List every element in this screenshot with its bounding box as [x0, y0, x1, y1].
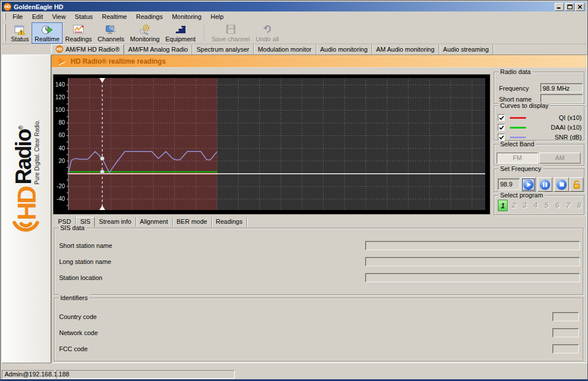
am-band-button[interactable]: AM — [539, 153, 581, 164]
tab-readings[interactable]: Readings — [212, 217, 247, 227]
program-button-8[interactable]: 8 — [574, 200, 584, 211]
toolbar-realtime-button[interactable]: Realtime — [32, 22, 62, 44]
menu-help[interactable]: Help — [206, 12, 229, 21]
menu-edit[interactable]: Edit — [28, 12, 48, 21]
long-station-name-field[interactable] — [365, 257, 580, 266]
check-icon — [499, 135, 504, 140]
toolbar-status-label: Status — [11, 36, 29, 42]
radio-data-group: Radio data Frequency 98.9 MHz Short name — [494, 72, 585, 104]
sis-data-group: SIS data Short station name Long station… — [54, 228, 583, 295]
pause-button[interactable] — [537, 177, 552, 192]
menubar: File Edit View Status Realtime Readings … — [2, 11, 586, 22]
pause-icon — [540, 180, 550, 190]
tab-label: AM/FM Analog Radio — [128, 46, 188, 53]
program-button-6[interactable]: 6 — [552, 200, 562, 211]
toolbar-undo-all-button[interactable]: Undo all — [253, 22, 281, 44]
titlebar: HD GoldenEagle HD — [2, 2, 586, 11]
menu-monitoring[interactable]: Monitoring — [167, 12, 206, 21]
check-icon — [499, 115, 504, 120]
menu-view[interactable]: View — [48, 12, 71, 21]
toolbar-channels-button[interactable]: Channels — [95, 22, 127, 44]
toolbar: Status Realtime Readings — [2, 22, 586, 44]
toolbar-monitoring-button[interactable]: Monitoring — [127, 22, 163, 44]
menu-file[interactable]: File — [8, 12, 28, 21]
svg-text:20: 20 — [59, 158, 65, 164]
svg-text:80: 80 — [59, 119, 65, 126]
tab-stream-info[interactable]: Stream info — [95, 217, 136, 227]
program-button-2[interactable]: 2 — [509, 200, 519, 211]
minimize-icon — [557, 5, 562, 9]
brand-tagline: Pure Digital. Clear Radio. — [34, 120, 40, 185]
program-button-3[interactable]: 3 — [520, 200, 529, 211]
menu-status[interactable]: Status — [70, 12, 97, 21]
tab-ber-mode[interactable]: BER mode — [173, 217, 212, 227]
tab-modulation-monitor[interactable]: Modulation monitor — [254, 45, 316, 55]
page-title: HD Radio® realtime readings — [71, 57, 166, 65]
network-code-label: Network code — [59, 329, 98, 336]
network-code-field[interactable] — [552, 328, 579, 337]
qi-checkbox[interactable] — [498, 114, 505, 121]
equipment-icon — [173, 24, 187, 35]
tab-amfm-analog-radio[interactable]: AM/FM Analog Radio — [124, 45, 192, 55]
menu-realtime[interactable]: Realtime — [98, 12, 131, 21]
tab-spectrum-analyser[interactable]: Spectrum analyser — [192, 45, 254, 55]
lock-button[interactable] — [570, 177, 583, 192]
brand-sidebar: HD Radio® Pure Digital. Clear Radio. — [2, 55, 51, 363]
radio-text: Radio® — [14, 120, 33, 185]
radio-wordmark: Radio® Pure Digital. Clear Radio. — [14, 120, 40, 185]
station-location-field[interactable] — [365, 273, 580, 282]
toolbar-equipment-button[interactable]: Equipment — [163, 22, 199, 44]
fm-band-button[interactable]: FM — [497, 153, 538, 164]
fcc-code-field[interactable] — [552, 344, 579, 353]
monitoring-icon — [138, 24, 151, 35]
close-button[interactable] — [575, 3, 585, 11]
station-location-label: Station location — [59, 274, 102, 281]
radio-data-group-label: Radio data — [498, 68, 532, 75]
short-station-name-label: Short station name — [59, 242, 112, 249]
tab-alignment[interactable]: Alignment — [136, 217, 173, 227]
maximize-icon — [567, 5, 572, 9]
curve-row-qi: QI (x10) — [498, 114, 582, 122]
realtime-chart-panel: 14012010080604020-20-40 — [53, 74, 490, 215]
fcc-code-label: FCC code — [59, 345, 88, 352]
select-band-group-label: Select Band — [498, 141, 536, 147]
snr-checkbox[interactable] — [498, 134, 505, 141]
toolbar-separator — [203, 24, 206, 41]
program-button-4[interactable]: 4 — [531, 200, 540, 211]
country-code-field[interactable] — [552, 312, 579, 321]
hd-logo-icon: HD — [12, 187, 42, 235]
stop-icon — [556, 180, 567, 190]
frequency-input[interactable] — [498, 178, 520, 190]
svg-text:60: 60 — [59, 132, 65, 138]
toolbar-status-button[interactable]: Status — [8, 22, 32, 44]
program-button-1[interactable]: 1 — [498, 200, 508, 211]
program-button-7[interactable]: 7 — [563, 200, 573, 211]
country-code-label: Country code — [59, 313, 96, 320]
statusbar: Admin@192.168.1.188 — [2, 370, 586, 379]
toolbar-readings-button[interactable]: Readings — [63, 22, 95, 44]
stop-button[interactable] — [554, 177, 569, 192]
long-station-name-label: Long station name — [59, 258, 111, 265]
daai-checkbox[interactable] — [498, 124, 505, 131]
tab-audio-streaming[interactable]: Audio streaming — [439, 45, 494, 55]
realtime-chart[interactable]: 14012010080604020-20-40 — [53, 75, 490, 214]
toolbar-save-channel-button[interactable]: Save channel — [209, 22, 253, 44]
svg-text:100: 100 — [55, 107, 65, 113]
maximize-button[interactable] — [565, 3, 574, 11]
program-button-5[interactable]: 5 — [541, 200, 551, 211]
short-station-name-field[interactable] — [365, 241, 580, 250]
curve-row-daai: DAAI (x10) — [498, 123, 582, 131]
toolbar-channels-label: Channels — [98, 36, 124, 42]
tab-label: AM/FM HD Radio® — [65, 46, 119, 53]
tab-amfm-hd-radio[interactable]: HD AM/FM HD Radio® — [51, 44, 124, 55]
menu-readings[interactable]: Readings — [131, 12, 167, 21]
tab-am-audio-monitoring[interactable]: AM Audio monitoring — [372, 45, 439, 55]
hd-radio-tab-icon: HD — [56, 45, 63, 53]
tune-start-button[interactable] — [521, 177, 536, 192]
tab-audio-monitoring[interactable]: Audio monitoring — [316, 45, 373, 55]
close-icon — [578, 5, 582, 9]
main-content: HD Radio® realtime readings 140120100806… — [51, 55, 587, 363]
identifiers-group-label: Identifiers — [59, 294, 90, 301]
module-tabstrip: HD AM/FM HD Radio® AM/FM Analog Radio Sp… — [51, 44, 587, 55]
minimize-button[interactable] — [555, 3, 564, 11]
